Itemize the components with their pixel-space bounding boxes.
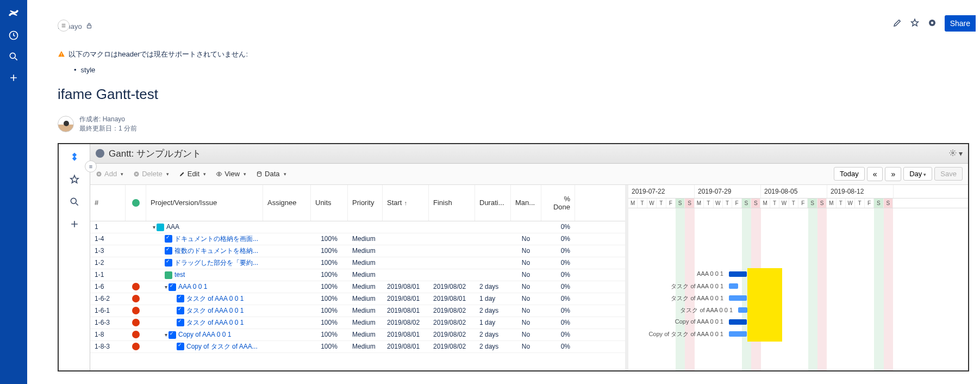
- table-row[interactable]: 1-8▾Copy of AAA 0 0 1100%Medium2019/08/0…: [90, 329, 625, 341]
- timeline-day: S: [817, 199, 827, 208]
- search-icon[interactable]: [8, 51, 19, 64]
- gantt-embed: ≡ Gantt: サンプルガント ▾ Add Delete Edit View …: [58, 143, 969, 371]
- globe-icon: [96, 149, 104, 158]
- svg-rect-5: [61, 53, 61, 54]
- recent-icon[interactable]: [8, 30, 19, 42]
- timeline-day: T: [638, 199, 647, 208]
- gantt-search-icon[interactable]: [69, 196, 80, 209]
- col-status[interactable]: [126, 185, 146, 221]
- col-issue[interactable]: Project/Version/Issue: [146, 185, 263, 221]
- scale-button[interactable]: Day: [903, 167, 932, 181]
- timeline-highlight: [747, 268, 782, 342]
- col-finish[interactable]: Finish: [429, 185, 475, 221]
- svg-point-3: [931, 21, 933, 24]
- col-units[interactable]: Units: [311, 185, 348, 221]
- col-index[interactable]: #: [90, 185, 126, 221]
- collapse-sidebar-button[interactable]: [58, 20, 70, 32]
- gantt-jira-icon[interactable]: [69, 152, 80, 164]
- bar-label: Copy of タスク of AAA 0 0 1: [628, 330, 723, 338]
- gantt-star-icon[interactable]: [69, 174, 80, 187]
- timeline-day: T: [837, 199, 846, 208]
- timeline-day: T: [723, 199, 732, 208]
- svg-point-8: [952, 152, 954, 154]
- timeline-day: M: [628, 199, 638, 208]
- table-row[interactable]: 1-6-2タスク of AAA 0 0 1100%Medium2019/08/0…: [90, 293, 625, 305]
- table-row[interactable]: 1▾AAA0%: [90, 221, 625, 233]
- warning-text: 以下のマクロはheaderでは現在サポートされていません:: [68, 49, 248, 59]
- col-priority[interactable]: Priority: [348, 185, 383, 221]
- gantt-add-icon[interactable]: [69, 219, 80, 231]
- gantt-collapse-button[interactable]: ≡: [85, 160, 97, 172]
- add-icon[interactable]: [8, 72, 19, 85]
- table-header: # Project/Version/Issue Assignee Units P…: [90, 185, 625, 221]
- save-button[interactable]: Save: [934, 167, 963, 181]
- prev-button[interactable]: «: [867, 167, 883, 181]
- today-button[interactable]: Today: [834, 167, 865, 181]
- gantt-bar[interactable]: [729, 283, 738, 289]
- gantt-title: Gantt: サンプルガント: [109, 147, 201, 160]
- bar-label: タスク of AAA 0 0 1: [628, 294, 723, 302]
- data-button[interactable]: Data: [256, 170, 286, 178]
- timeline-day: M: [827, 199, 836, 208]
- timeline-week: 2019-07-29: [695, 185, 761, 198]
- gantt-bar[interactable]: [738, 307, 747, 313]
- svg-point-11: [219, 173, 220, 175]
- svg-point-7: [71, 198, 76, 203]
- next-button[interactable]: »: [885, 167, 901, 181]
- col-duration[interactable]: Durati...: [475, 185, 511, 221]
- col-start[interactable]: Start: [383, 185, 429, 221]
- svg-rect-4: [87, 25, 91, 28]
- col-assignee[interactable]: Assignee: [263, 185, 311, 221]
- share-button[interactable]: Share: [945, 15, 976, 32]
- confluence-logo[interactable]: [7, 7, 20, 21]
- timeline-day: F: [666, 199, 676, 208]
- col-done[interactable]: % Done: [541, 185, 575, 221]
- gear-icon[interactable]: [949, 149, 957, 158]
- table-row[interactable]: 1-6-1タスク of AAA 0 0 1100%Medium2019/08/0…: [90, 305, 625, 317]
- watch-icon[interactable]: [927, 18, 937, 29]
- byline: 作成者: Hanayo 最終更新日：1 分前: [58, 115, 980, 133]
- restrictions-icon[interactable]: [85, 22, 93, 31]
- timeline-day: M: [760, 199, 770, 208]
- timeline-day: W: [846, 199, 855, 208]
- timeline-week: 2019-07-22: [628, 185, 695, 198]
- star-icon[interactable]: [910, 18, 920, 29]
- view-button[interactable]: View: [216, 170, 246, 178]
- timeline-day: S: [685, 199, 694, 208]
- col-manual[interactable]: Man...: [511, 185, 541, 221]
- gantt-bar[interactable]: [729, 319, 747, 325]
- updated-line: 最終更新日：1 分前: [79, 124, 137, 133]
- timeline-day: W: [647, 199, 657, 208]
- timeline-day: M: [695, 199, 704, 208]
- table-row[interactable]: 1-1test100%MediumNo0%: [90, 269, 625, 281]
- app-left-rail: [0, 0, 27, 384]
- timeline-day: S: [751, 199, 760, 208]
- gantt-bar[interactable]: [729, 295, 747, 301]
- table-row[interactable]: 1-4ドキュメントの格納を画面...100%MediumNo0%: [90, 233, 625, 245]
- chevron-down-icon[interactable]: ▾: [959, 149, 963, 158]
- gantt-header: Gantt: サンプルガント ▾: [90, 144, 968, 164]
- edit-icon[interactable]: [892, 18, 902, 29]
- warning-icon: [58, 50, 65, 59]
- timeline-day: W: [714, 199, 723, 208]
- gantt-left-rail: ≡: [59, 144, 90, 370]
- table-row[interactable]: 1-2ドラッグした部分を「要約...100%MediumNo0%: [90, 257, 625, 269]
- gantt-bar[interactable]: [729, 271, 747, 277]
- timeline-day: F: [798, 199, 808, 208]
- timeline-day: T: [704, 199, 713, 208]
- table-row[interactable]: 1-6-3タスク of AAA 0 0 1100%Medium2019/08/0…: [90, 317, 625, 329]
- timeline-day: T: [855, 199, 864, 208]
- avatar[interactable]: [58, 116, 74, 132]
- gantt-toolbar: Add Delete Edit View Data Today « » Day …: [90, 164, 968, 185]
- add-button[interactable]: Add: [96, 170, 123, 178]
- edit-button[interactable]: Edit: [179, 170, 206, 178]
- gantt-bar[interactable]: [729, 331, 747, 337]
- bar-label: Copy of AAA 0 0 1: [628, 318, 723, 325]
- table-row[interactable]: 1-3複数のドキュメントを格納...100%MediumNo0%: [90, 245, 625, 257]
- table-row[interactable]: 1-8-3Copy of タスク of AAA...100%Medium2019…: [90, 341, 625, 353]
- table-row[interactable]: 1-6▾AAA 0 0 1100%Medium2019/08/012019/08…: [90, 281, 625, 293]
- svg-rect-6: [61, 55, 61, 55]
- delete-button[interactable]: Delete: [133, 170, 169, 178]
- timeline-day: S: [874, 199, 883, 208]
- timeline-day: T: [657, 199, 666, 208]
